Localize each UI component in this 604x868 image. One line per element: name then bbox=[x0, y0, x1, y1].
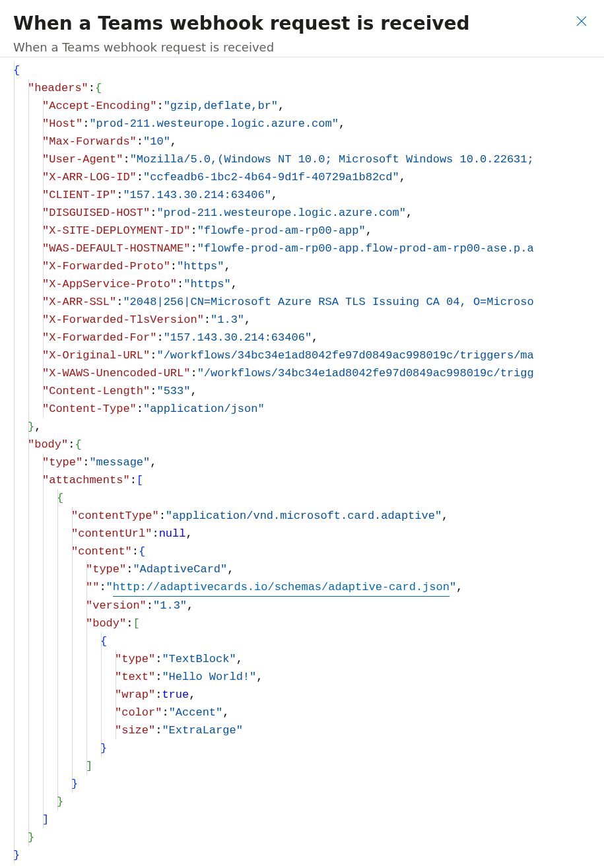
json-token-str: "https" bbox=[184, 275, 230, 293]
json-line: "version": "1.3", bbox=[13, 597, 591, 615]
json-token-key: "contentType" bbox=[71, 507, 159, 525]
json-token-str: "10" bbox=[143, 133, 170, 150]
json-line: } bbox=[13, 775, 591, 793]
json-line: "X-Forwarded-Proto": "https", bbox=[13, 257, 591, 275]
json-token-punct: : bbox=[155, 650, 162, 668]
json-token-str: "ccfeadb6-1bc2-4b64-9d1f-40729a1b82cd" bbox=[143, 168, 399, 186]
json-token-brace-blue: { bbox=[13, 61, 20, 79]
json-token-key: "Max-Forwards" bbox=[42, 133, 137, 150]
json-line: { bbox=[13, 61, 591, 79]
json-line: { bbox=[13, 632, 591, 650]
json-token-brace-blue: { bbox=[100, 632, 107, 650]
json-token-punct: : bbox=[170, 257, 177, 275]
json-token-punct: : bbox=[155, 686, 162, 704]
json-line: "headers": { bbox=[13, 79, 591, 97]
json-token-punct: , bbox=[189, 686, 195, 704]
json-token-str: "https" bbox=[177, 257, 224, 275]
json-token-brace-green: ] bbox=[86, 757, 92, 775]
json-payload-viewer[interactable]: {"headers": {"Accept-Encoding": "gzip,de… bbox=[13, 61, 591, 864]
json-token-punct: , bbox=[34, 418, 41, 436]
json-token-str: "/workflows/34bc34e1ad8042fe97d0849ac998… bbox=[156, 347, 533, 364]
json-token-key: "X-SITE-DEPLOYMENT-ID" bbox=[42, 222, 190, 240]
json-token-key: "attachments" bbox=[42, 471, 130, 489]
json-token-key: "body" bbox=[86, 615, 126, 632]
json-token-punct: : bbox=[204, 311, 211, 329]
json-token-key: "Accept-Encoding" bbox=[42, 97, 156, 115]
json-token-punct: , bbox=[227, 560, 234, 578]
close-button[interactable] bbox=[572, 12, 591, 30]
json-token-brace-green: } bbox=[57, 793, 63, 811]
json-token-brace-green: [ bbox=[133, 615, 139, 632]
json-line: "body": [ bbox=[13, 615, 591, 632]
json-token-punct: : bbox=[126, 560, 133, 578]
json-token-punct: : bbox=[88, 79, 95, 97]
json-token-punct: : bbox=[150, 347, 156, 364]
json-token-str: "Hello World!" bbox=[162, 668, 256, 686]
json-line: "Content-Type": "application/json" bbox=[13, 400, 591, 418]
json-token-key: "X-AppService-Proto" bbox=[42, 275, 177, 293]
json-schema-link[interactable]: http://adaptivecards.io/schemas/adaptive… bbox=[113, 578, 450, 597]
json-line: "CLIENT-IP": "157.143.30.214:63406", bbox=[13, 186, 591, 204]
json-token-brace-green: } bbox=[28, 418, 34, 436]
json-token-punct: : bbox=[190, 364, 197, 382]
json-token-str: "gzip,deflate,br" bbox=[164, 97, 278, 115]
json-token-punct: : bbox=[190, 222, 197, 240]
json-token-bool: true bbox=[162, 686, 189, 704]
json-token-punct: : bbox=[68, 436, 75, 453]
json-token-punct: , bbox=[278, 97, 285, 115]
panel-divider bbox=[0, 57, 604, 57]
json-line: "type": "message", bbox=[13, 453, 591, 471]
json-line: "X-Forwarded-For": "157.143.30.214:63406… bbox=[13, 329, 591, 347]
json-token-punct: : bbox=[137, 400, 143, 418]
json-token-str: "Mozilla/5.0,(Windows NT 10.0; Microsoft… bbox=[130, 150, 534, 168]
json-token-punct: : bbox=[150, 204, 156, 222]
json-line: "attachments": [ bbox=[13, 471, 591, 489]
close-icon bbox=[575, 20, 588, 30]
json-token-punct: : bbox=[147, 597, 153, 615]
json-line: } bbox=[13, 793, 591, 811]
json-token-key: "X-ARR-SSL" bbox=[42, 293, 116, 311]
json-token-punct: , bbox=[185, 525, 192, 543]
json-token-str: "/workflows/34bc34e1ad8042fe97d0849ac998… bbox=[197, 364, 534, 382]
json-token-punct: , bbox=[190, 382, 197, 400]
json-line: }, bbox=[13, 418, 591, 436]
json-token-punct: : bbox=[177, 275, 184, 293]
json-line: "type": "AdaptiveCard", bbox=[13, 560, 591, 578]
json-line: "size": "ExtraLarge" bbox=[13, 721, 591, 739]
json-token-key: "headers" bbox=[28, 79, 88, 97]
json-token-punct: , bbox=[406, 204, 413, 222]
json-line: "Host": "prod-211.westeurope.logic.azure… bbox=[13, 115, 591, 133]
json-token-key: "X-Forwarded-Proto" bbox=[42, 257, 170, 275]
json-line: "contentUrl": null, bbox=[13, 525, 591, 543]
json-token-punct: , bbox=[170, 133, 177, 150]
json-token-str: "flowfe-prod-am-rp00-app.flow-prod-am-rp… bbox=[197, 240, 534, 257]
json-line: "X-Forwarded-TlsVersion": "1.3", bbox=[13, 311, 591, 329]
json-token-key: "X-Forwarded-For" bbox=[42, 329, 156, 347]
json-token-brace-green: { bbox=[75, 436, 81, 453]
json-token-key: "version" bbox=[86, 597, 147, 615]
json-token-punct: , bbox=[231, 275, 238, 293]
json-token-str: "prod-211.westeurope.logic.azure.com" bbox=[156, 204, 405, 222]
json-token-punct: : bbox=[83, 453, 89, 471]
json-token-punct: , bbox=[244, 311, 251, 329]
json-token-str: "533" bbox=[156, 382, 190, 400]
json-line: "Content-Length": "533", bbox=[13, 382, 591, 400]
json-token-key: "wrap" bbox=[115, 686, 155, 704]
json-token-punct: : bbox=[159, 507, 166, 525]
json-token-punct: : bbox=[150, 382, 156, 400]
json-token-null: null bbox=[159, 525, 186, 543]
json-line: "DISGUISED-HOST": "prod-211.westeurope.l… bbox=[13, 204, 591, 222]
json-token-key: "X-Forwarded-TlsVersion" bbox=[42, 311, 204, 329]
json-token-punct: , bbox=[150, 453, 156, 471]
json-token-brace-blue: [ bbox=[137, 471, 143, 489]
json-token-punct: : bbox=[137, 168, 143, 186]
json-token-punct: : bbox=[190, 240, 197, 257]
json-token-str: "AdaptiveCard" bbox=[133, 560, 227, 578]
json-token-key: "content" bbox=[71, 543, 132, 560]
json-line: "Accept-Encoding": "gzip,deflate,br", bbox=[13, 97, 591, 115]
panel-title: When a Teams webhook request is received bbox=[13, 12, 470, 35]
json-token-str: "Accent" bbox=[169, 704, 223, 721]
json-token-punct: , bbox=[366, 222, 372, 240]
json-token-key: "type" bbox=[115, 650, 155, 668]
json-token-punct: : bbox=[116, 293, 123, 311]
